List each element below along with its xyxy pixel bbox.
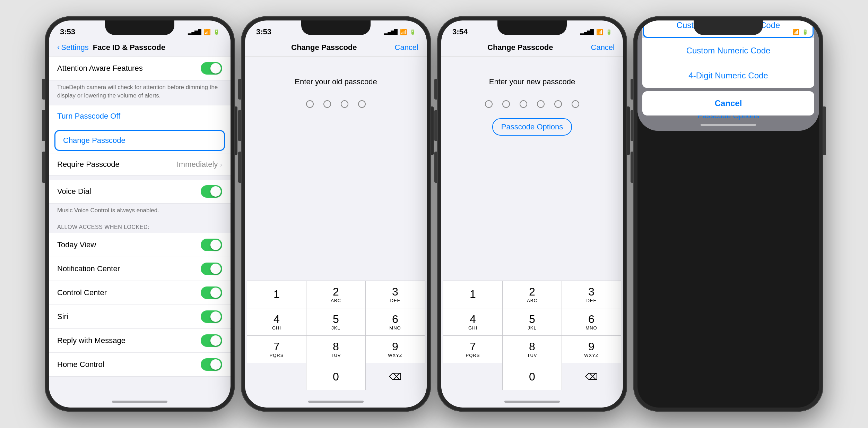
status-icons-2: ▂▄▆█ 📶 🔋 <box>384 29 416 35</box>
passcode-options-btn-3[interactable]: Passcode Options <box>492 118 572 136</box>
home-control-toggle[interactable] <box>201 358 222 371</box>
key-4[interactable]: 4GHI <box>247 308 306 335</box>
row-today-view: Today View <box>49 233 231 257</box>
option-custom-numeric-label: Custom Numeric Code <box>686 46 771 55</box>
phone-2: 3:53 ▂▄▆█ 📶 🔋 Change Passcode Cancel Ent… <box>241 16 431 412</box>
wifi-icon-4: 📶 <box>792 29 799 35</box>
passcode-prompt-3: Enter your new passcode <box>441 57 623 97</box>
today-view-toggle[interactable] <box>201 239 222 251</box>
notification-center-label: Notification Center <box>57 264 120 273</box>
status-time-3: 3:54 <box>452 27 468 36</box>
require-passcode-label: Require Passcode <box>57 160 120 169</box>
home-control-label: Home Control <box>57 360 104 369</box>
passcode-nav-2: Change Passcode Cancel <box>245 38 427 57</box>
key-3-4[interactable]: 4GHI <box>443 308 503 335</box>
home-indicator-3 <box>504 401 560 403</box>
back-button-1[interactable]: ‹ Settings <box>57 43 89 52</box>
passcode-dots-2 <box>245 100 427 108</box>
key-7[interactable]: 7PQRS <box>247 336 306 363</box>
key-3-1[interactable]: 1 <box>443 281 503 308</box>
passcode-dots-3 <box>441 100 623 108</box>
key-2[interactable]: 2ABC <box>306 281 366 308</box>
reply-message-toggle[interactable] <box>201 334 222 347</box>
signal-icon-4: ▂▄▆█ <box>776 29 790 35</box>
dot-3-6 <box>572 100 579 108</box>
back-label-1[interactable]: Settings <box>61 43 89 52</box>
status-time-1: 3:53 <box>60 27 75 36</box>
passcode-prompt-2: Enter your old passcode <box>245 57 427 97</box>
dot-3-3 <box>520 100 527 108</box>
wifi-icon-3: 📶 <box>596 29 603 35</box>
key-3-7[interactable]: 7PQRS <box>443 336 503 363</box>
key-3-3[interactable]: 3DEF <box>562 281 621 308</box>
option-custom-numeric[interactable]: Custom Numeric Code <box>642 38 814 63</box>
key-3[interactable]: 3DEF <box>366 281 425 308</box>
option-4digit-label: 4-Digit Numeric Code <box>688 71 768 80</box>
siri-toggle[interactable] <box>201 310 222 323</box>
turn-passcode-off-btn[interactable]: Turn Passcode Off <box>49 105 231 127</box>
key-5[interactable]: 5JKL <box>306 308 366 335</box>
phone-3: 3:54 ▂▄▆█ 📶 🔋 Change Passcode Cancel Ent… <box>437 16 627 412</box>
row-attention-aware: Attention Aware Features <box>49 57 231 80</box>
numpad-row-1: 1 2ABC 3DEF <box>247 281 425 308</box>
home-indicator-2 <box>308 401 364 403</box>
dot-2 <box>323 100 331 108</box>
require-passcode-value: Immediately › <box>177 160 222 169</box>
key-3-8[interactable]: 8TUV <box>503 336 562 363</box>
status-time-2: 3:53 <box>256 27 271 36</box>
allow-access-header: ALLOW ACCESS WHEN LOCKED: <box>49 220 231 233</box>
numpad-3: 1 2ABC 3DEF 4GHI 5JKL 6MNO 7PQRS 8TUV 9W… <box>441 281 623 390</box>
row-voice-dial: Voice Dial <box>49 180 231 204</box>
key-delete[interactable]: ⌫ <box>366 363 425 390</box>
cancel-btn-2[interactable]: Cancel <box>395 43 418 52</box>
dot-3-2 <box>502 100 510 108</box>
passcode-options-link-3: Passcode Options <box>441 118 623 136</box>
voice-dial-sublabel: Music Voice Control is always enabled. <box>49 204 231 220</box>
battery-icon-2: 🔋 <box>410 29 416 35</box>
key-9[interactable]: 9WXYZ <box>366 336 425 363</box>
cancel-btn-3[interactable]: Cancel <box>591 43 615 52</box>
change-passcode-btn[interactable]: Change Passcode <box>54 130 225 151</box>
row-notification-center: Notification Center <box>49 257 231 281</box>
voice-dial-toggle[interactable] <box>201 185 222 198</box>
today-view-label: Today View <box>57 240 96 249</box>
status-icons-1: ▂▄▆█ 📶 🔋 <box>188 29 219 35</box>
numpad-row-4: 0 ⌫ <box>247 363 425 390</box>
key-3-delete[interactable]: ⌫ <box>562 363 621 390</box>
dot-3-1 <box>485 100 493 108</box>
nav-bar-1: ‹ Settings Face ID & Passcode <box>49 38 231 57</box>
key-3-0[interactable]: 0 <box>503 363 562 390</box>
siri-label: Siri <box>57 312 68 321</box>
notification-center-toggle[interactable] <box>201 263 222 275</box>
key-3-6[interactable]: 6MNO <box>562 308 621 335</box>
dot-3-4 <box>537 100 545 108</box>
phones-container: 3:53 ▂▄▆█ 📶 🔋 ‹ Settings Face ID & Passc… <box>34 6 834 422</box>
key-1[interactable]: 1 <box>247 281 306 308</box>
popup-cancel-btn[interactable]: Cancel <box>642 91 814 115</box>
key-0[interactable]: 0 <box>306 363 366 390</box>
control-center-label: Control Center <box>57 288 107 297</box>
key-3-2[interactable]: 2ABC <box>503 281 562 308</box>
key-8[interactable]: 8TUV <box>306 336 366 363</box>
key-6[interactable]: 6MNO <box>366 308 425 335</box>
key-empty-left <box>247 363 306 390</box>
option-4digit[interactable]: 4-Digit Numeric Code <box>642 63 814 88</box>
notch <box>105 20 174 35</box>
control-center-toggle[interactable] <box>201 286 222 299</box>
notch-3 <box>497 20 567 35</box>
key-3-9[interactable]: 9WXYZ <box>562 336 621 363</box>
row-require-passcode[interactable]: Require Passcode Immediately › <box>49 154 231 176</box>
signal-icon-3: ▂▄▆█ <box>580 29 593 35</box>
attention-aware-label: Attention Aware Features <box>57 64 143 73</box>
status-icons-3: ▂▄▆█ 📶 🔋 <box>580 29 612 35</box>
battery-icon: 🔋 <box>214 29 219 35</box>
signal-icon: ▂▄▆█ <box>188 29 201 35</box>
nav-title-1: Face ID & Passcode <box>93 43 165 52</box>
numpad-2: 1 2ABC 3DEF 4GHI 5JKL 6MNO 7PQRS 8TUV 9W… <box>245 281 427 390</box>
attention-aware-toggle[interactable] <box>201 62 222 75</box>
chevron-icon: › <box>220 161 222 169</box>
dot-4 <box>358 100 366 108</box>
dot-1 <box>306 100 314 108</box>
key-3-5[interactable]: 5JKL <box>503 308 562 335</box>
numpad-row-3: 7PQRS 8TUV 9WXYZ <box>247 335 425 363</box>
